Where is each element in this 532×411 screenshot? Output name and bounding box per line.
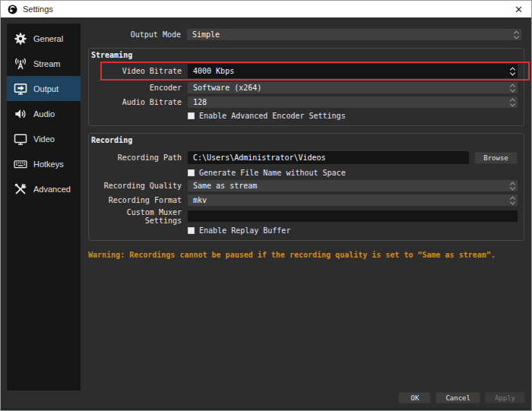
advanced-encoder-row: Enable Advanced Encoder Settings bbox=[188, 112, 521, 119]
recording-group: Recording Recording Path Browse Generate… bbox=[88, 133, 524, 241]
sidebar-item-label: Advanced bbox=[33, 185, 71, 194]
recording-quality-row: Recording Quality Same as stream bbox=[89, 180, 521, 191]
recording-format-row: Recording Format mkv bbox=[89, 194, 521, 206]
encoder-label: Encoder bbox=[89, 84, 188, 92]
video-bitrate-label: Video Bitrate bbox=[89, 67, 188, 75]
sidebar-item-label: General bbox=[33, 34, 63, 43]
settings-dialog-body: General Stream Output bbox=[1, 17, 531, 410]
recording-path-label: Recording Path bbox=[89, 153, 188, 162]
custom-muxer-input[interactable] bbox=[188, 210, 518, 222]
filename-without-space-row: Generate File Name without Space bbox=[188, 169, 521, 176]
output-mode-select[interactable]: Simple bbox=[187, 29, 521, 40]
tools-icon bbox=[13, 182, 28, 197]
sidebar-item-audio[interactable]: Audio bbox=[7, 101, 81, 126]
sidebar-item-hotkeys[interactable]: Hotkeys bbox=[7, 151, 81, 176]
keyboard-icon bbox=[13, 156, 28, 172]
titlebar: Settings ✕ bbox=[1, 1, 531, 17]
custom-muxer-row: Custom Muxer Settings bbox=[89, 210, 521, 222]
settings-window: { "window": { "title": "Settings", "clos… bbox=[0, 0, 532, 411]
antenna-icon bbox=[13, 56, 28, 71]
output-mode-label: Output Mode bbox=[88, 30, 187, 39]
combo-arrows-icon[interactable] bbox=[511, 84, 515, 91]
sidebar-item-label: Video bbox=[33, 134, 55, 144]
speaker-icon bbox=[13, 106, 28, 122]
ok-button[interactable]: OK bbox=[398, 392, 431, 403]
combo-arrows-icon[interactable] bbox=[511, 99, 515, 106]
close-icon[interactable]: ✕ bbox=[513, 5, 524, 14]
output-mode-value: Simple bbox=[192, 30, 220, 39]
monitor-arrow-icon bbox=[13, 81, 28, 96]
recording-format-select[interactable]: mkv bbox=[188, 194, 518, 206]
spinner-arrows-icon[interactable] bbox=[511, 68, 515, 74]
encoder-value: Software (x264) bbox=[193, 84, 261, 92]
output-settings-panel: Output Mode Simple Streaming Video Bitra… bbox=[88, 17, 524, 259]
recording-quality-label: Recording Quality bbox=[89, 182, 188, 190]
obs-logo-icon bbox=[8, 5, 17, 14]
recording-path-row: Recording Path Browse bbox=[89, 151, 521, 164]
sidebar-item-label: Hotkeys bbox=[33, 160, 64, 169]
streaming-group-title: Streaming bbox=[89, 51, 521, 59]
advanced-encoder-checkbox-label: Enable Advanced Encoder Settings bbox=[199, 112, 346, 120]
monitor-icon bbox=[13, 131, 28, 147]
recording-warning-text: Warning: Recordings cannot be paused if … bbox=[88, 251, 524, 259]
recording-quality-value: Same as stream bbox=[193, 182, 257, 190]
audio-bitrate-value: 128 bbox=[193, 98, 207, 106]
advanced-encoder-checkbox[interactable] bbox=[188, 112, 195, 119]
audio-bitrate-label: Audio Bitrate bbox=[89, 98, 188, 106]
sidebar-item-label: Audio bbox=[33, 109, 55, 119]
video-bitrate-input-wrap bbox=[188, 64, 518, 78]
dialog-footer: OK Cancel Apply bbox=[398, 392, 525, 403]
video-bitrate-row: Video Bitrate bbox=[89, 64, 521, 78]
filename-without-space-label: Generate File Name without Space bbox=[199, 169, 346, 177]
sidebar-item-label: Output bbox=[33, 84, 59, 93]
video-bitrate-input[interactable] bbox=[188, 64, 518, 78]
replay-buffer-row: Enable Replay Buffer bbox=[188, 226, 521, 234]
encoder-select[interactable]: Software (x264) bbox=[188, 82, 518, 93]
recording-format-label: Recording Format bbox=[89, 196, 188, 204]
replay-buffer-label: Enable Replay Buffer bbox=[199, 226, 290, 235]
encoder-row: Encoder Software (x264) bbox=[89, 82, 521, 93]
recording-group-title: Recording bbox=[89, 136, 521, 144]
sidebar: General Stream Output bbox=[7, 24, 81, 390]
recording-quality-select[interactable]: Same as stream bbox=[188, 180, 518, 191]
window-title: Settings bbox=[23, 5, 53, 14]
sidebar-item-stream[interactable]: Stream bbox=[7, 51, 81, 76]
output-mode-row: Output Mode Simple bbox=[88, 29, 524, 40]
gear-icon bbox=[13, 31, 28, 46]
apply-button[interactable]: Apply bbox=[485, 392, 525, 403]
recording-format-value: mkv bbox=[193, 196, 207, 204]
sidebar-item-label: Stream bbox=[33, 59, 60, 68]
audio-bitrate-row: Audio Bitrate 128 bbox=[89, 96, 521, 108]
browse-button[interactable]: Browse bbox=[474, 152, 518, 164]
combo-arrows-icon[interactable] bbox=[511, 197, 515, 204]
combo-arrows-icon[interactable] bbox=[511, 182, 515, 189]
recording-path-input[interactable] bbox=[188, 151, 469, 164]
sidebar-item-output[interactable]: Output bbox=[7, 76, 81, 101]
custom-muxer-label: Custom Muxer Settings bbox=[89, 208, 188, 225]
combo-arrows-icon[interactable] bbox=[515, 31, 518, 38]
streaming-group: Streaming Video Bitrate Encoder Software… bbox=[88, 48, 524, 126]
sidebar-item-video[interactable]: Video bbox=[7, 126, 81, 151]
audio-bitrate-select[interactable]: 128 bbox=[188, 96, 518, 108]
sidebar-item-advanced[interactable]: Advanced bbox=[7, 176, 81, 201]
sidebar-item-general[interactable]: General bbox=[7, 26, 81, 51]
filename-without-space-checkbox[interactable] bbox=[188, 169, 195, 176]
cancel-button[interactable]: Cancel bbox=[435, 392, 480, 403]
replay-buffer-checkbox[interactable] bbox=[188, 227, 195, 234]
